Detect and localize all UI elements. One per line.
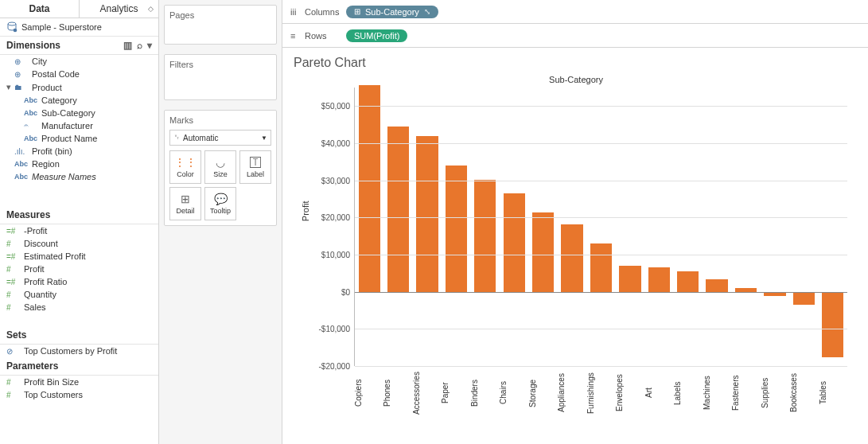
bar[interactable] — [446, 166, 467, 292]
dimension-field[interactable]: AbcMeasure Names — [0, 170, 158, 183]
bar[interactable] — [504, 193, 525, 292]
bar[interactable] — [590, 243, 612, 292]
pages-shelf[interactable]: Pages — [164, 5, 277, 45]
bar-slot — [644, 88, 673, 366]
color-icon: ⋮⋮ — [174, 156, 197, 169]
bar[interactable] — [619, 266, 640, 292]
sheet-title[interactable]: Pareto Chart — [294, 56, 860, 70]
bar-slot — [558, 88, 586, 366]
x-tick-label: Art — [644, 366, 673, 423]
x-tick-label: Supplies — [761, 366, 789, 423]
chart-plot[interactable]: Profit -$20,000-$10,000$0$10,000$20,000$… — [354, 88, 847, 366]
bar-slot — [586, 88, 615, 366]
bar[interactable] — [677, 271, 699, 292]
columns-label: Columns — [305, 7, 339, 17]
dimension-field[interactable]: ▾🖿Product — [0, 80, 158, 94]
x-tick-label: Appliances — [557, 366, 586, 423]
dimension-field[interactable]: .ılı.Profit (bin) — [0, 145, 158, 158]
parameter-field[interactable]: #Profit Bin Size — [0, 376, 158, 388]
bar[interactable] — [416, 136, 438, 292]
label-card[interactable]: 🅃Label — [239, 150, 271, 184]
bar[interactable] — [793, 292, 815, 305]
menu-icon[interactable]: ▾ — [147, 40, 152, 51]
mark-type-dropdown[interactable]: ␋ Automatic ▼ — [169, 130, 271, 146]
x-tick-label: Phones — [383, 366, 411, 423]
gridline — [355, 143, 847, 144]
view-icon[interactable]: ▥ — [123, 40, 132, 51]
bar[interactable] — [706, 279, 727, 292]
gridline — [355, 106, 847, 107]
tooltip-icon: 💬 — [214, 193, 228, 205]
bar-slot — [703, 88, 731, 366]
measure-field[interactable]: #Profit — [0, 263, 158, 275]
parameter-field[interactable]: #Top Customers — [0, 388, 158, 401]
y-tick-label: -$20,000 — [319, 362, 355, 371]
bar[interactable] — [561, 224, 582, 291]
x-tick-label: Machines — [703, 366, 731, 423]
columns-pill-subcategory[interactable]: ⊞ Sub-Category ⤡ — [346, 6, 438, 18]
dimension-field[interactable]: AbcCategory — [0, 94, 158, 107]
set-field[interactable]: ⊘Top Customers by Profit — [0, 345, 158, 357]
dimension-field[interactable]: ⊕Postal Code — [0, 68, 158, 80]
detail-card[interactable]: ⊞Detail — [169, 187, 201, 220]
tab-analytics[interactable]: Analytics◇ — [80, 0, 158, 18]
y-tick-label: $40,000 — [321, 139, 355, 148]
tab-data[interactable]: Data — [0, 0, 80, 18]
bar[interactable] — [822, 292, 843, 358]
svg-point-1 — [14, 29, 18, 33]
bar-slot — [819, 88, 847, 366]
bar-slot — [731, 88, 760, 366]
x-tick-label: Storage — [528, 366, 557, 423]
chevron-down-icon: ▼ — [261, 134, 267, 142]
bar-slot — [471, 88, 500, 366]
measure-field[interactable]: #Sales — [0, 301, 158, 314]
bar-slot — [413, 88, 442, 366]
color-card[interactable]: ⋮⋮Color — [169, 150, 201, 184]
bar[interactable] — [474, 180, 496, 292]
pages-label: Pages — [169, 10, 271, 20]
dimensions-header: Dimensions ▥ ⌕ ▾ — [0, 37, 158, 55]
bar[interactable] — [648, 267, 670, 291]
search-icon[interactable]: ⌕ — [137, 40, 142, 51]
columns-icon: iii — [290, 7, 300, 17]
filters-label: Filters — [169, 60, 271, 69]
filters-shelf[interactable]: Filters — [164, 54, 277, 100]
dimension-field[interactable]: AbcSub-Category — [0, 107, 158, 119]
measure-field[interactable]: =#Profit Ratio — [0, 275, 158, 288]
dimension-field[interactable]: AbcProduct Name — [0, 132, 158, 145]
dimension-field[interactable]: 𝄐Manufacturer — [0, 119, 158, 132]
measure-field[interactable]: #Discount — [0, 237, 158, 250]
marks-label: Marks — [169, 115, 271, 125]
bar[interactable] — [387, 127, 409, 292]
x-tick-label: Copiers — [354, 366, 383, 423]
analytics-dropdown-icon: ◇ — [148, 5, 154, 13]
bar-slot — [528, 88, 557, 366]
y-tick-label: $30,000 — [321, 176, 355, 185]
column-header: Sub-Category — [294, 75, 858, 84]
datasource-row[interactable]: Sample - Superstore — [0, 18, 158, 37]
columns-shelf[interactable]: iiiColumns ⊞ Sub-Category ⤡ — [282, 0, 868, 24]
datasource-icon — [6, 21, 18, 33]
measures-list: =#-Profit#Discount=#Estimated Profit#Pro… — [0, 224, 158, 326]
bar[interactable] — [532, 212, 554, 291]
tooltip-card[interactable]: 💬Tooltip — [204, 187, 236, 220]
rows-shelf[interactable]: ≡Rows SUM(Profit) — [282, 24, 868, 48]
bar[interactable] — [359, 85, 380, 291]
size-card[interactable]: ◡Size — [204, 150, 236, 184]
measure-field[interactable]: =#Estimated Profit — [0, 250, 158, 263]
bar-slot — [442, 88, 470, 366]
bar-slot — [383, 88, 412, 366]
dimensions-list: ⊕City⊕Postal Code▾🖿ProductAbcCategoryAbc… — [0, 55, 158, 206]
rows-pill-sum-profit[interactable]: SUM(Profit) — [346, 29, 407, 42]
dimension-field[interactable]: AbcRegion — [0, 158, 158, 170]
size-icon: ◡ — [216, 156, 225, 169]
x-tick-label: Paper — [441, 366, 469, 423]
measure-field[interactable]: #Quantity — [0, 288, 158, 301]
viz-canvas: Pareto Chart Sub-Category Profit -$20,00… — [282, 48, 868, 444]
measure-field[interactable]: =#-Profit — [0, 224, 158, 237]
dimension-field[interactable]: ⊕City — [0, 55, 158, 68]
y-axis-label: Profit — [301, 201, 310, 221]
gridline — [355, 292, 847, 293]
y-tick-label: $50,000 — [321, 102, 355, 111]
datasource-name: Sample - Superstore — [21, 22, 102, 32]
